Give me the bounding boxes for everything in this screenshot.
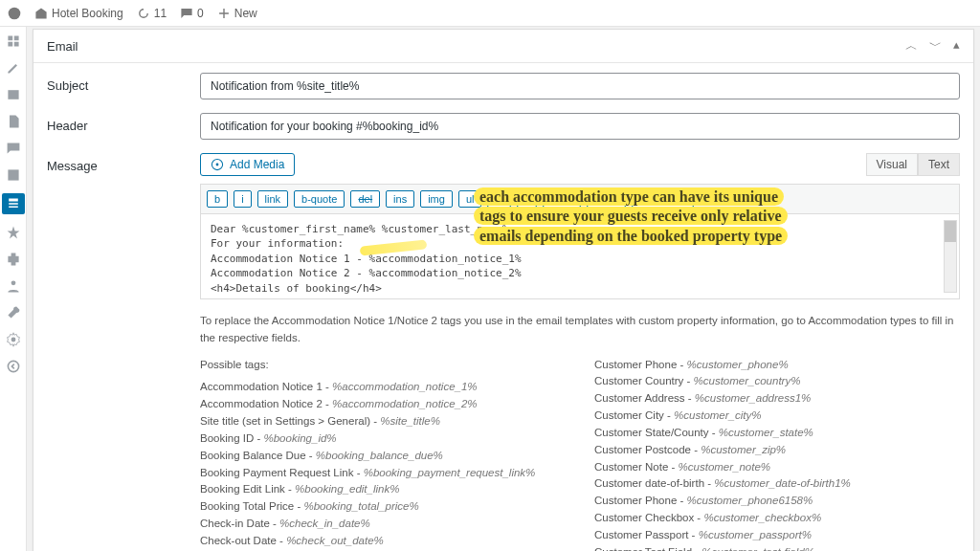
- help-intro: To replace the Accommodation Notice 1/No…: [200, 313, 960, 347]
- comments-count[interactable]: 0: [180, 7, 204, 20]
- tag-row: Customer date-of-birth - %customer_date-…: [594, 475, 960, 493]
- panel-toggle-icon[interactable]: ▴: [953, 37, 960, 55]
- header-label: Header: [47, 113, 133, 133]
- svg-point-2: [11, 338, 15, 342]
- sidebar-item-media[interactable]: [5, 86, 22, 103]
- tag-row: Customer Country - %customer_country%: [594, 373, 960, 390]
- tag-row: Customer Phone - %customer_phone%: [594, 357, 960, 374]
- wp-logo[interactable]: [8, 7, 21, 20]
- qt-img[interactable]: img: [420, 190, 453, 208]
- site-name[interactable]: Hotel Booking: [34, 7, 123, 20]
- editor-scrollbar[interactable]: [944, 220, 957, 293]
- qt-ul[interactable]: ul: [458, 190, 482, 208]
- tag-row: Booking Edit Link - %booking_edit_link%: [200, 481, 566, 498]
- sidebar-item-comments[interactable]: [5, 140, 22, 157]
- qt-b[interactable]: b: [207, 190, 228, 208]
- sidebar-item-accommodation[interactable]: [5, 166, 22, 184]
- header-input[interactable]: [200, 113, 960, 140]
- tag-row: Customer State/County - %customer_state%: [594, 425, 960, 442]
- tag-row: Check-in Date - %check_in_date%: [200, 516, 566, 533]
- tag-row: Customer Test Field - %customer_test-fie…: [594, 544, 960, 551]
- qt-del[interactable]: del: [350, 190, 380, 208]
- tag-row: Check-out Date - %check_out_date%: [200, 533, 566, 550]
- tag-row: Booking Total Price - %booking_total_pri…: [200, 498, 566, 516]
- message-textarea[interactable]: Dear %customer_first_name% %customer_las…: [200, 213, 960, 299]
- qt-ins[interactable]: ins: [386, 190, 414, 208]
- tag-row: Accommodation Notice 1 - %accommodation_…: [200, 379, 566, 396]
- admin-bar: Hotel Booking 11 0 New: [0, 0, 980, 27]
- qt-code[interactable]: code: [543, 190, 581, 208]
- tag-row: Customer Postcode - %customer_zip%: [594, 442, 960, 459]
- message-label: Message: [47, 153, 133, 173]
- tag-row: Customer Passport - %customer_passport%: [594, 527, 960, 544]
- tag-row: Booking ID - %booking_id%: [200, 430, 566, 448]
- svg-point-3: [8, 361, 18, 371]
- tab-visual[interactable]: Visual: [866, 153, 918, 176]
- tags-col-right: Customer Phone - %customer_phone%Custome…: [594, 357, 960, 551]
- sidebar-item-plugins[interactable]: [5, 251, 22, 268]
- sidebar-item-users[interactable]: [5, 277, 22, 295]
- sidebar-collapse[interactable]: [5, 358, 22, 375]
- possible-tags-label: Possible tags:: [200, 357, 566, 374]
- tag-row: Booking Payment Request Link - %booking_…: [200, 465, 566, 482]
- qt-i[interactable]: i: [234, 190, 251, 208]
- tab-text[interactable]: Text: [918, 153, 960, 176]
- tag-row: Customer Phone - %customer_phone6158%: [594, 493, 960, 510]
- add-media-button[interactable]: Add Media: [200, 153, 295, 176]
- subject-label: Subject: [47, 73, 133, 93]
- panel-header: Email ︿ ﹀ ▴: [33, 30, 973, 63]
- tag-row: Customer Address - %customer_address1%: [594, 390, 960, 408]
- sidebar-item-settings[interactable]: [5, 331, 22, 348]
- tag-row: Customer City - %customer_city%: [594, 408, 960, 425]
- panel-title: Email: [47, 39, 78, 54]
- tag-row: Accommodation Notice 2 - %accommodation_…: [200, 396, 566, 413]
- new-content[interactable]: New: [217, 7, 257, 20]
- wp-sidebar: [0, 27, 27, 551]
- sidebar-item-posts[interactable]: [5, 59, 22, 77]
- sidebar-item-dashboard[interactable]: [5, 33, 22, 50]
- panel-up-icon[interactable]: ︿: [905, 37, 918, 55]
- email-panel: Email ︿ ﹀ ▴ Subject Header Message Add M…: [33, 29, 974, 551]
- sidebar-item-tools[interactable]: [5, 304, 22, 321]
- qt-more[interactable]: more: [587, 190, 626, 208]
- qt-li[interactable]: li: [517, 190, 537, 208]
- sidebar-item-appearance[interactable]: [5, 224, 22, 241]
- qt-close[interactable]: close tags: [632, 190, 695, 208]
- svg-point-1: [11, 280, 15, 285]
- tag-row: Customer Note - %customer_note%: [594, 459, 960, 476]
- quicktags-toolbar: b i link b-quote del ins img ul ol li co…: [200, 184, 960, 213]
- updates-count[interactable]: 11: [137, 7, 167, 20]
- sidebar-item-pages[interactable]: [5, 113, 22, 130]
- subject-input[interactable]: [200, 73, 960, 99]
- sidebar-item-bookings[interactable]: [2, 193, 25, 214]
- site-name-text: Hotel Booking: [52, 7, 123, 20]
- help-section: To replace the Accommodation Notice 1/No…: [200, 313, 960, 551]
- panel-down-icon[interactable]: ﹀: [929, 37, 942, 55]
- qt-ol[interactable]: ol: [487, 190, 511, 208]
- tag-row: Customer Checkbox - %customer_checkbox%: [594, 510, 960, 527]
- tags-col-left: Possible tags: Accommodation Notice 1 - …: [200, 357, 566, 551]
- qt-bquote[interactable]: b-quote: [294, 190, 345, 208]
- qt-link[interactable]: link: [257, 190, 289, 208]
- tag-row: Booking Balance Due - %booking_balance_d…: [200, 448, 566, 465]
- svg-point-0: [9, 7, 21, 19]
- tag-row: Site title (set in Settings > General) -…: [200, 413, 566, 430]
